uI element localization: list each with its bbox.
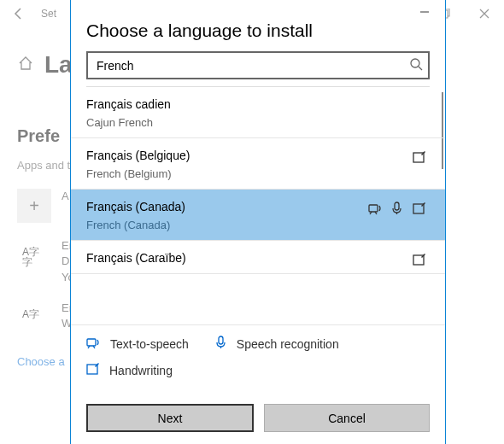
tts-icon (86, 336, 102, 352)
legend-handwriting: Handwriting (86, 362, 173, 378)
search-icon (409, 57, 423, 74)
legend-tts: Text-to-speech (86, 336, 189, 352)
home-icon (17, 55, 34, 75)
feature-icons (413, 150, 426, 164)
handwriting-icon (413, 202, 426, 215)
minimize-icon[interactable] (413, 5, 437, 19)
dialog-title: Choose a language to install (71, 19, 445, 51)
language-item[interactable]: Français (Canada)French (Canada) (71, 190, 445, 241)
cancel-button[interactable]: Cancel (264, 404, 430, 432)
mic-icon (214, 336, 228, 352)
language-english-name: French (Belgium) (86, 167, 430, 180)
search-input[interactable] (86, 51, 430, 79)
add-language-tile: + (17, 189, 51, 223)
language-native-name: Français (Caraïbe) (86, 251, 430, 265)
language-english-name: French (Canada) (86, 219, 430, 231)
back-button (0, 0, 38, 27)
language-icon: A字 (17, 301, 51, 335)
legend-speech: Speech recognition (214, 336, 339, 352)
next-button[interactable]: Next (86, 404, 254, 432)
language-item[interactable]: Français (Caraïbe) (71, 241, 445, 274)
feature-legend: Text-to-speech Speech recognition Handwr… (71, 324, 445, 395)
language-item[interactable]: Français (Belgique)French (Belgium) (71, 138, 445, 190)
language-english-name: Cajun French (86, 116, 430, 129)
bg-window-title: Set (41, 8, 56, 20)
handwriting-icon (413, 253, 426, 266)
language-native-name: Français cadien (86, 97, 430, 111)
install-language-dialog: Choose a language to install Français ca… (70, 0, 446, 444)
handwriting-icon (413, 150, 426, 164)
language-native-name: Français (Belgique) (86, 149, 430, 162)
feature-icons (413, 253, 426, 266)
tts-icon (368, 202, 382, 215)
feature-icons (368, 202, 426, 215)
close-icon (465, 0, 504, 27)
svg-text:A字: A字 (22, 308, 39, 320)
handwriting-icon (86, 362, 101, 378)
language-icon: A字字 (17, 238, 51, 272)
language-list: Français cadienCajun FrenchFrançais (Bel… (71, 87, 445, 274)
bg-add-label: A (62, 189, 69, 204)
choose-link: Choose a (17, 355, 65, 368)
svg-text:字: 字 (22, 256, 32, 267)
bg-heading: La (44, 51, 73, 79)
language-item[interactable]: Français cadienCajun French (71, 87, 445, 138)
mic-icon (390, 202, 404, 215)
